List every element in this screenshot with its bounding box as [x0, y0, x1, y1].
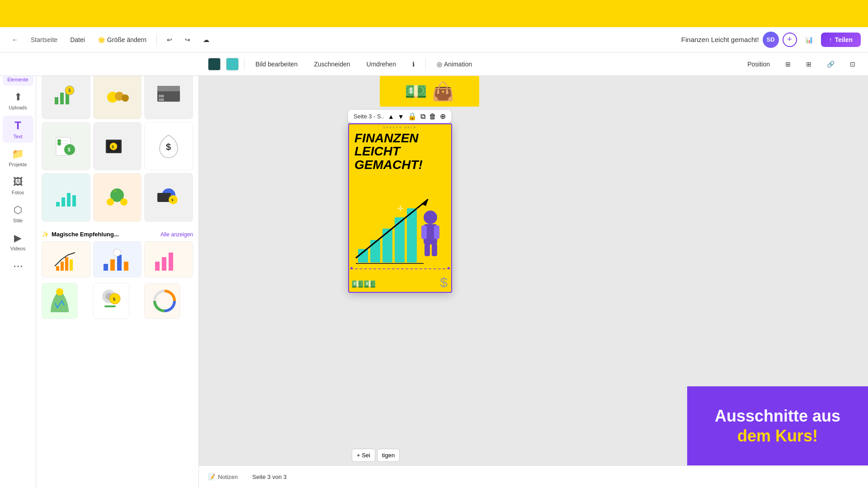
- graphic-item[interactable]: $: [42, 122, 90, 171]
- delete-button[interactable]: 🗑: [429, 113, 436, 121]
- graphic-item[interactable]: [93, 70, 142, 119]
- svg-point-7: [122, 94, 129, 102]
- svg-point-48: [56, 288, 63, 296]
- stile-icon: ⬡: [14, 204, 22, 216]
- position-button[interactable]: Position: [742, 58, 775, 70]
- resize-button[interactable]: 🌟 Größe ändern: [93, 33, 151, 46]
- graphic-item[interactable]: $: [93, 122, 142, 171]
- back-button[interactable]: ←: [7, 33, 23, 46]
- svg-rect-9: [157, 86, 180, 91]
- graphic-item[interactable]: $: [144, 122, 193, 171]
- magic-header: ✨ Magische Empfehlung... Alle anzeigen: [42, 231, 193, 238]
- projekte-icon: 📁: [12, 148, 24, 160]
- show-pages-button[interactable]: tigen: [377, 449, 400, 462]
- svg-point-16: [57, 142, 61, 145]
- svg-text:$: $: [166, 142, 171, 152]
- svg-rect-46: [162, 257, 166, 271]
- lock-button[interactable]: 🔒: [408, 112, 417, 121]
- avatar: SD: [763, 32, 779, 48]
- stats-button[interactable]: 📊: [801, 33, 817, 46]
- sidebar-item-more[interactable]: ⋯: [3, 257, 33, 276]
- sidebar-item-stile[interactable]: ⬡ Stile: [3, 201, 33, 227]
- grid-button[interactable]: ⊞: [801, 58, 817, 70]
- share-label: Teilen: [835, 36, 853, 43]
- cloud-button[interactable]: ☁: [198, 33, 214, 46]
- file-menu-button[interactable]: Datei: [66, 33, 90, 46]
- elemente-label: Elemente: [7, 77, 28, 82]
- share-button[interactable]: ↑ Teilen: [821, 33, 861, 47]
- add-page-button[interactable]: + Sei: [352, 449, 375, 462]
- top-banner: [0, 0, 868, 27]
- bottom-graphic-item[interactable]: [144, 283, 180, 319]
- projekte-label: Projekte: [9, 162, 27, 167]
- sun-icon: 🌟: [98, 36, 105, 43]
- copy-button[interactable]: ⧉: [420, 113, 425, 121]
- redo-icon: ↪: [185, 36, 190, 43]
- svg-rect-1: [60, 93, 64, 104]
- selection-handle-left[interactable]: [350, 267, 353, 269]
- sidebar-item-uploads[interactable]: ⬆ Uploads: [3, 88, 33, 114]
- bottom-graphic-item[interactable]: [42, 283, 78, 319]
- sec-separator-1: [244, 58, 245, 70]
- svg-text:$: $: [112, 145, 114, 149]
- svg-rect-43: [124, 262, 128, 271]
- page-down-button[interactable]: ▼: [398, 113, 404, 120]
- cloud-icon: ☁: [203, 36, 209, 43]
- svg-rect-56: [370, 240, 380, 263]
- svg-rect-47: [169, 253, 173, 271]
- graphic-item[interactable]: $: [144, 173, 193, 222]
- sidebar-item-text[interactable]: T Text: [3, 116, 33, 143]
- add-collaborator-button[interactable]: +: [783, 33, 797, 47]
- magic-item[interactable]: [42, 241, 90, 277]
- page-up-button[interactable]: ▲: [388, 113, 394, 120]
- purple-overlay-text: Ausschnitte aus dem Kurs!: [715, 406, 840, 445]
- money-bills: 💵💵: [351, 278, 376, 290]
- bottom-graphic-item[interactable]: $: [93, 283, 129, 319]
- sidebar-item-videos[interactable]: ▶ Videos: [3, 229, 33, 255]
- svg-text:$: $: [171, 198, 174, 202]
- magic-item[interactable]: [144, 241, 193, 277]
- all-link[interactable]: Alle anzeigen: [160, 231, 193, 238]
- animation-button[interactable]: ◎ Animation: [431, 58, 477, 70]
- svg-rect-66: [434, 225, 439, 239]
- stats-icon: 📊: [805, 36, 813, 43]
- home-label: Startseite: [31, 36, 57, 43]
- svg-rect-0: [55, 97, 58, 104]
- graphic-item[interactable]: $: [42, 70, 90, 119]
- magic-title-text: Magische Empfehlung...: [52, 231, 119, 238]
- edit-image-button[interactable]: Bild bearbeiten: [250, 58, 303, 70]
- selection-handle-right[interactable]: [448, 267, 450, 269]
- magic-item[interactable]: [93, 241, 142, 277]
- notes-label: Notizen: [218, 474, 238, 480]
- undo-button[interactable]: ↩: [162, 33, 177, 46]
- svg-rect-53: [104, 305, 116, 307]
- sidebar-item-projekte[interactable]: 📁 Projekte: [3, 145, 33, 171]
- flip-label: Umdrehen: [367, 61, 396, 68]
- svg-point-30: [120, 198, 127, 206]
- more-button[interactable]: ⊡: [844, 58, 861, 70]
- graphic-item[interactable]: [42, 173, 90, 222]
- svg-rect-26: [67, 193, 71, 206]
- fotos-icon: 🖼: [13, 176, 23, 188]
- animation-icon: ◎: [437, 61, 442, 68]
- magic-recommendation-section: ✨ Magische Empfehlung... Alle anzeigen: [42, 231, 193, 277]
- redo-button[interactable]: ↪: [180, 33, 195, 46]
- svg-rect-58: [395, 217, 405, 263]
- graphic-item[interactable]: $: [93, 173, 142, 222]
- color-swatch-2[interactable]: [226, 58, 239, 70]
- sidebar-item-fotos[interactable]: 🖼 Fotos: [3, 173, 33, 199]
- info-button[interactable]: ℹ: [407, 58, 420, 70]
- flip-button[interactable]: Umdrehen: [361, 58, 401, 70]
- crop-button[interactable]: Zuschneiden: [308, 58, 355, 70]
- notes-button[interactable]: 📝 Notizen: [208, 474, 238, 480]
- resize-label: Größe ändern: [107, 36, 146, 43]
- graphic-item[interactable]: $$$$$$: [144, 70, 193, 119]
- home-button[interactable]: Startseite: [26, 33, 62, 46]
- design-canvas[interactable]: SASCHA DELP FINANZEN LEICHT GEMACHT!: [348, 123, 452, 293]
- transform-button[interactable]: ⊞: [780, 58, 796, 70]
- add-section-button[interactable]: ⊕: [440, 112, 446, 121]
- left-sidebar: ⊞ Vorlagen ✦ Elemente ⬆ Uploads T Text 📁…: [0, 27, 36, 488]
- link-button[interactable]: 🔗: [821, 58, 840, 70]
- color-swatch-1[interactable]: [208, 58, 221, 70]
- edit-image-label: Bild bearbeiten: [255, 61, 297, 68]
